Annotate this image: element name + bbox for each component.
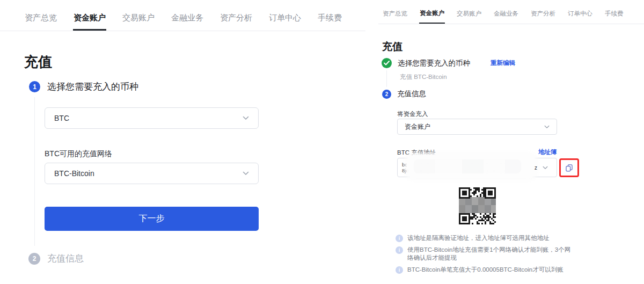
tab-trading-account[interactable]: 交易账户 — [122, 2, 155, 31]
account-select[interactable]: 资金账户 — [397, 119, 557, 135]
address-book-link[interactable]: 地址簿 — [538, 148, 557, 156]
chevron-down-icon — [544, 125, 550, 129]
step2-number-badge: 2 — [382, 90, 391, 99]
chevron-down-icon — [243, 116, 249, 120]
tab-financial-services[interactable]: 金融业务 — [171, 2, 204, 31]
tab-asset-analysis[interactable]: 资产分析 — [530, 2, 556, 24]
coin-select[interactable]: BTC — [45, 107, 259, 129]
network-select[interactable]: BTC-Bitcoin — [45, 163, 259, 184]
tab-funding-account[interactable]: 资金账户 — [419, 1, 445, 24]
chevron-down-icon — [243, 171, 249, 176]
deposit-address-select[interactable]: bc 8je z — [397, 158, 557, 177]
left-account-tabbar: 资产总览 资金账户 交易账户 金融业务 资产分析 订单中心 手续费 — [0, 0, 365, 31]
re-edit-link[interactable]: 重新编辑 — [491, 59, 515, 67]
right-account-tabbar: 资产总览 资金账户 交易账户 金融业务 资产分析 订单中心 手续费 — [378, 0, 644, 24]
info-icon: i — [396, 246, 403, 254]
copy-icon — [565, 163, 574, 172]
info-icon: i — [396, 266, 403, 274]
step1-summary: 充值 BTC-Bitcoin — [400, 73, 447, 81]
info-icon: i — [396, 235, 403, 242]
tab-asset-overview[interactable]: 资产总览 — [382, 2, 408, 24]
tab-funding-account[interactable]: 资金账户 — [73, 2, 106, 31]
step1-label: 选择您需要充入的币种 — [47, 81, 138, 93]
step1-label: 选择您需要充入的币种 — [398, 59, 470, 68]
step-connector-line — [386, 70, 387, 87]
tab-financial-services[interactable]: 金融业务 — [493, 2, 519, 24]
step1-header-done: 选择您需要充入的币种 重新编辑 — [382, 58, 515, 68]
copy-address-button[interactable] — [563, 162, 575, 173]
note-item: i 使用BTC-Bitcoin地址充值需要1个网络确认才能到账，3个网络确认后才… — [396, 246, 573, 262]
step2-label: 充值信息 — [397, 89, 426, 99]
step2-header: 2 充值信息 — [382, 89, 426, 99]
tab-fees[interactable]: 手续费 — [604, 2, 624, 24]
step2-label: 充值信息 — [47, 252, 84, 265]
note-item: i BTC-Bitcoin单笔充值大于0.00005BTC-Bitcoin才可以… — [396, 266, 573, 274]
left-panel-step1-view: 资产总览 资金账户 交易账户 金融业务 资产分析 订单中心 手续费 充值 1 选… — [0, 0, 365, 284]
page-title: 充值 — [382, 40, 402, 54]
tab-order-center[interactable]: 订单中心 — [567, 2, 593, 24]
network-select-value: BTC-Bitcoin — [54, 169, 94, 178]
step2-header: 2 充值信息 — [28, 252, 84, 265]
tab-trading-account[interactable]: 交易账户 — [456, 2, 482, 24]
note-item: i 该地址是隔离验证地址，进入地址簿可选用其他地址 — [396, 234, 573, 242]
next-step-button[interactable]: 下一步 — [45, 207, 259, 231]
deposit-page: 资产总览 资金账户 交易账户 金融业务 资产分析 订单中心 手续费 充值 1 选… — [0, 0, 644, 284]
network-label: BTC可用的充值网络 — [45, 149, 112, 159]
address-redaction-blur — [414, 159, 521, 173]
deposit-notes: i 该地址是隔离验证地址，进入地址簿可选用其他地址 i 使用BTC-Bitcoi… — [396, 234, 573, 274]
deposit-qr-code — [459, 187, 496, 224]
step1-header: 1 选择您需要充入的币种 — [29, 81, 138, 93]
step2-number-badge: 2 — [28, 253, 40, 265]
address-visible-suffix: z — [535, 165, 537, 171]
tab-asset-analysis[interactable]: 资产分析 — [219, 2, 253, 31]
step1-number-badge: 1 — [29, 81, 40, 92]
tab-fees[interactable]: 手续费 — [317, 2, 342, 31]
chevron-down-icon — [543, 166, 548, 170]
tab-asset-overview[interactable]: 资产总览 — [24, 2, 57, 31]
step-connector-line — [34, 97, 35, 246]
coin-select-value: BTC — [54, 114, 69, 122]
fund-destination-label: 将资金充入 — [397, 110, 428, 118]
account-select-value: 资金账户 — [405, 122, 430, 132]
page-title: 充值 — [24, 53, 52, 71]
right-panel-step2-view: 资产总览 资金账户 交易账户 金融业务 资产分析 订单中心 手续费 充值 选择您… — [378, 0, 644, 284]
tab-order-center[interactable]: 订单中心 — [268, 2, 302, 31]
step-complete-check-icon — [382, 58, 392, 68]
